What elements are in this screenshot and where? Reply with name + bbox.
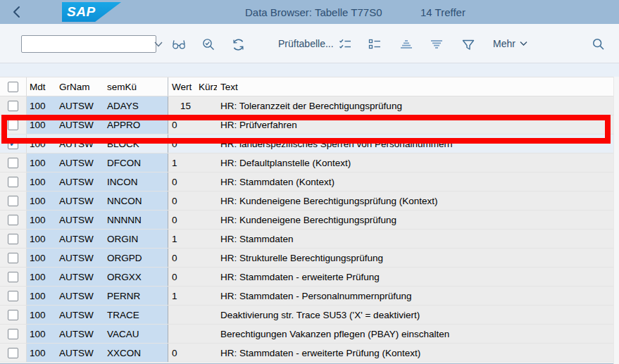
cell-semku[interactable]: NNCON xyxy=(103,192,168,210)
table-row[interactable]: ✓100AUTSWDFCON1HR: Defaultplanstelle (Ko… xyxy=(0,153,619,172)
search-button[interactable] xyxy=(592,37,606,51)
cell-text[interactable]: HR: länderspezifisches Sperren von Perso… xyxy=(217,134,619,153)
row-checkbox[interactable]: ✓ xyxy=(8,310,18,320)
cell-wert[interactable]: 0 xyxy=(168,172,195,191)
cell-semku[interactable]: BLOCK xyxy=(103,134,168,153)
display-button[interactable] xyxy=(172,37,186,51)
cell-kurz[interactable] xyxy=(195,306,217,324)
cell-grnam[interactable]: AUTSW xyxy=(56,153,103,172)
select-columns-button[interactable] xyxy=(338,37,352,51)
column-header-text[interactable]: Text xyxy=(217,77,619,96)
command-input[interactable] xyxy=(22,36,154,52)
row-checkbox[interactable]: ✓ xyxy=(8,120,18,130)
table-row[interactable]: ✓100AUTSWNNNNN0HR: Kundeneigene Berechti… xyxy=(0,211,619,230)
cell-semku[interactable]: APPRO xyxy=(103,115,168,134)
column-header-grnam[interactable]: GrNam xyxy=(56,77,103,96)
cell-text[interactable]: HR: Kundeneigene Berechtigungsprüfung xyxy=(217,211,619,229)
cell-grnam[interactable]: AUTSW xyxy=(56,211,103,229)
cell-kurz[interactable] xyxy=(195,134,217,153)
cell-mdt[interactable]: 100 xyxy=(27,325,56,343)
cell-grnam[interactable]: AUTSW xyxy=(56,287,103,305)
mehr-button[interactable]: Mehr xyxy=(493,24,527,63)
cell-text[interactable]: HR: Stammdaten - erweiterte Prüfung (Kon… xyxy=(217,344,619,362)
cell-wert[interactable]: 0 xyxy=(168,344,195,362)
row-checkbox[interactable]: ✓ xyxy=(8,215,18,225)
cell-mdt[interactable]: 100 xyxy=(27,211,56,229)
table-row[interactable]: ✓100AUTSWBLOCK0HR: länderspezifisches Sp… xyxy=(0,134,619,153)
cell-text[interactable]: HR: Kundeneigene Berechtigungsprüfung (K… xyxy=(217,192,619,210)
column-header-kurz[interactable]: Kürz. xyxy=(195,77,217,96)
cell-mdt[interactable]: 100 xyxy=(27,134,56,153)
table-row[interactable]: ✓100AUTSWORGXX0HR: Stammdaten - erweiter… xyxy=(0,268,619,287)
cell-grnam[interactable]: AUTSW xyxy=(56,306,103,324)
cell-mdt[interactable]: 100 xyxy=(27,172,56,191)
cell-grnam[interactable]: AUTSW xyxy=(56,96,103,115)
cell-mdt[interactable]: 100 xyxy=(27,306,56,324)
refresh-button[interactable] xyxy=(231,37,245,51)
combobox-dropdown-arrow[interactable] xyxy=(154,42,163,47)
cell-kurz[interactable] xyxy=(195,230,217,248)
cell-text[interactable]: HR: Stammdaten xyxy=(217,230,619,248)
cell-text[interactable]: HR: Prüfverfahren xyxy=(217,115,619,134)
cell-wert[interactable] xyxy=(168,325,195,343)
check-search-button[interactable] xyxy=(201,37,215,51)
cell-semku[interactable]: ORGIN xyxy=(103,230,168,248)
column-header-semku[interactable]: semKü xyxy=(103,77,168,96)
cell-wert[interactable]: 0 xyxy=(168,115,195,134)
filter-button[interactable] xyxy=(461,37,475,51)
row-checkbox[interactable]: ✓ xyxy=(8,272,18,282)
row-checkbox[interactable]: ✓ xyxy=(8,234,18,244)
row-checkbox[interactable]: ✓ xyxy=(8,177,18,187)
cell-text[interactable]: Berechtigungen Vakanzen pflegen (PBAY) e… xyxy=(217,325,619,343)
cell-kurz[interactable] xyxy=(195,115,217,134)
cell-semku[interactable]: VACAU xyxy=(103,325,168,343)
cell-grnam[interactable]: AUTSW xyxy=(56,192,103,210)
cell-kurz[interactable] xyxy=(195,172,217,191)
cell-grnam[interactable]: AUTSW xyxy=(56,172,103,191)
row-checkbox[interactable]: ✓ xyxy=(8,139,18,149)
cell-text[interactable]: HR: Strukturelle Berechtigungsprüfung xyxy=(217,249,619,267)
cell-wert[interactable]: 0 xyxy=(168,249,195,267)
item-list-button[interactable] xyxy=(368,37,382,51)
sort-ascending-button[interactable] xyxy=(399,37,413,51)
cell-grnam[interactable]: AUTSW xyxy=(56,268,103,286)
cell-mdt[interactable]: 100 xyxy=(27,96,56,115)
cell-wert[interactable]: 1 xyxy=(168,287,195,305)
row-checkbox[interactable]: ✓ xyxy=(8,253,18,263)
cell-semku[interactable]: DFCON xyxy=(103,153,168,172)
cell-grnam[interactable]: AUTSW xyxy=(56,325,103,343)
cell-semku[interactable]: PERNR xyxy=(103,287,168,305)
cell-kurz[interactable] xyxy=(195,153,217,172)
cell-text[interactable]: HR: Defaultplanstelle (Kontext) xyxy=(217,153,619,172)
cell-semku[interactable]: INCON xyxy=(103,172,168,191)
cell-kurz[interactable] xyxy=(195,344,217,362)
table-row[interactable]: ✓100AUTSWVACAUBerechtigungen Vakanzen pf… xyxy=(0,325,619,344)
cell-mdt[interactable]: 100 xyxy=(27,153,56,172)
cell-grnam[interactable]: AUTSW xyxy=(56,134,103,153)
cell-kurz[interactable] xyxy=(195,268,217,286)
cell-kurz[interactable] xyxy=(195,325,217,343)
cell-mdt[interactable]: 100 xyxy=(27,249,56,267)
cell-mdt[interactable]: 100 xyxy=(27,115,56,134)
cell-grnam[interactable]: AUTSW xyxy=(56,344,103,362)
cell-mdt[interactable]: 100 xyxy=(27,344,56,362)
cell-wert[interactable]: 0 xyxy=(168,268,195,286)
cell-kurz[interactable] xyxy=(195,249,217,267)
table-row[interactable]: ✓100AUTSWINCON0HR: Stammdaten (Kontext) xyxy=(0,172,619,192)
table-row[interactable]: ✓100AUTSWAPPRO0HR: Prüfverfahren xyxy=(0,115,619,134)
row-checkbox[interactable]: ✓ xyxy=(8,101,18,111)
cell-kurz[interactable] xyxy=(195,287,217,305)
cell-wert[interactable]: 0 xyxy=(168,211,195,229)
column-header-wert[interactable]: Wert xyxy=(168,77,195,96)
cell-semku[interactable]: ORGXX xyxy=(103,268,168,286)
cell-grnam[interactable]: AUTSW xyxy=(56,230,103,248)
cell-grnam[interactable]: AUTSW xyxy=(56,115,103,134)
cell-text[interactable]: HR: Toleranzzeit der Berechtigungsprüfun… xyxy=(217,96,619,115)
pruftabelle-button[interactable]: Prüftabelle... xyxy=(278,24,334,63)
select-all-checkbox[interactable]: ✓ xyxy=(8,82,18,92)
cell-semku[interactable]: ADAYS xyxy=(103,96,168,115)
cell-semku[interactable]: NNNNN xyxy=(103,211,168,229)
cell-text[interactable]: HR: Stammdaten - erweiterte Prüfung xyxy=(217,268,619,286)
scrollbar-track[interactable] xyxy=(613,77,619,364)
cell-kurz[interactable] xyxy=(195,211,217,229)
